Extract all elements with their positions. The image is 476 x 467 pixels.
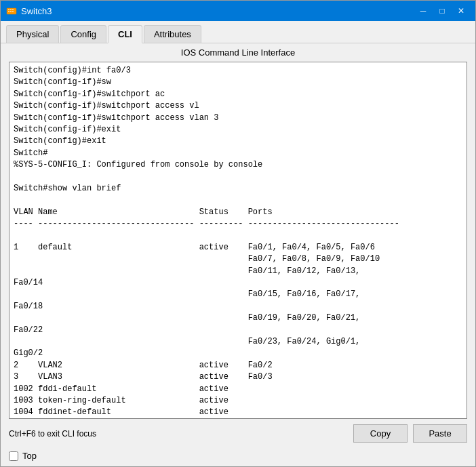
tab-physical[interactable]: Physical	[6, 25, 59, 43]
tab-bar: Physical Config CLI Attributes	[1, 21, 475, 43]
minimize-button[interactable]: ─	[414, 4, 432, 18]
svg-rect-3	[12, 9, 14, 10]
app-icon	[6, 5, 17, 16]
cli-hint: Ctrl+F6 to exit CLI focus	[9, 429, 96, 439]
svg-rect-4	[8, 11, 9, 12]
window-title: Switch3	[21, 6, 52, 16]
top-checkbox[interactable]	[9, 451, 18, 461]
copy-button[interactable]: Copy	[353, 424, 408, 443]
paste-button[interactable]: Paste	[413, 424, 467, 443]
cli-terminal[interactable]: Switch(config)#int fa0/3 Switch(config-i…	[9, 62, 467, 419]
bottom-bar: Ctrl+F6 to exit CLI focus Copy Paste	[1, 419, 475, 448]
maximize-button[interactable]: □	[433, 4, 451, 18]
svg-rect-1	[8, 9, 9, 10]
tab-config[interactable]: Config	[60, 25, 106, 43]
cli-area-wrapper: Switch(config)#int fa0/3 Switch(config-i…	[1, 62, 475, 419]
title-bar: Switch3 ─ □ ✕	[1, 1, 475, 21]
top-checkbox-label[interactable]: Top	[22, 451, 37, 461]
title-bar-controls: ─ □ ✕	[414, 4, 470, 18]
checkbox-bar: Top	[1, 448, 475, 466]
close-button[interactable]: ✕	[452, 4, 470, 18]
title-bar-left: Switch3	[6, 5, 52, 16]
button-group: Copy Paste	[353, 424, 467, 443]
section-title: IOS Command Line Interface	[1, 43, 475, 62]
window: Switch3 ─ □ ✕ Physical Config CLI Attrib…	[0, 0, 476, 467]
svg-rect-2	[10, 9, 12, 10]
svg-rect-5	[10, 11, 12, 12]
tab-cli[interactable]: CLI	[108, 25, 142, 43]
svg-rect-6	[12, 11, 14, 12]
tab-attributes[interactable]: Attributes	[144, 25, 201, 43]
